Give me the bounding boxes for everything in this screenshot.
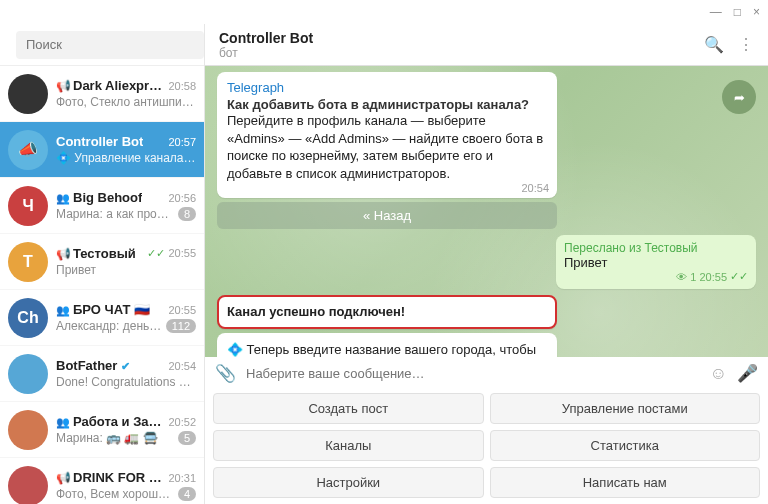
group-icon: 👥 [56,304,70,316]
chat-time: 20:58 [168,80,196,92]
chat-item[interactable]: 📢DRINK FOR VIRGI…20:31Фото, Всем хорошег… [0,458,204,504]
chat-time: 20:54 [168,360,196,372]
chat-time: 20:52 [168,416,196,428]
message-time: 20:54 [521,182,549,194]
unread-badge: 8 [178,207,196,221]
chat-name: Controller Bot [56,134,143,149]
message-text: Привет [564,255,748,270]
window-min[interactable]: — [710,5,722,19]
search-icon[interactable]: 🔍 [704,35,724,54]
checks-icon: ✓✓ [147,247,165,259]
window-max[interactable]: □ [734,5,741,19]
forwarded-from: Переслано из Тестовый [564,241,748,255]
message-heading: Как добавить бота в администраторы канал… [227,97,547,112]
chat-preview: Done! Congratulations on yo… [56,375,196,389]
group-icon: 👥 [56,416,70,428]
search-input[interactable] [16,31,204,59]
avatar [8,354,48,394]
chat-item[interactable]: 👥Работа и Зарабо…20:52Марина: 🚌 🚛 🚍5 [0,402,204,458]
avatar [8,74,48,114]
channel-icon: 📢 [56,79,71,93]
chat-preview: Фото, Всем хорошего … [56,487,174,501]
group-icon: 👥 [56,192,70,204]
attach-icon[interactable]: 📎 [215,363,236,384]
message-text: Канал успешно подключен! [227,303,547,321]
message-bubble: Telegraph Как добавить бота в администра… [217,72,557,198]
chat-preview: Фото, Стекло антишпио… [56,95,196,109]
unread-badge: 4 [178,487,196,501]
avatar: Ch [8,298,48,338]
chat-name: 👥Big Behoof [56,190,142,205]
chat-item[interactable]: BotFather ✔20:54Done! Congratulations on… [0,346,204,402]
chat-time: 20:31 [168,472,196,484]
chat-title: Controller Bot [219,30,690,46]
chat-name: 📢DRINK FOR VIRGI… [56,470,164,485]
chat-subtitle: бот [219,46,690,60]
chat-name: 📢Тестовый [56,246,136,261]
avatar: 📣 [8,130,48,170]
emoji-icon[interactable]: ☺ [710,364,727,384]
unread-badge: 112 [166,319,196,333]
chat-preview: Марина: 🚌 🚛 🚍 [56,431,158,445]
channel-icon: 📢 [56,247,71,261]
view-count: 1 [690,271,696,283]
kb-contact[interactable]: Написать нам [490,467,761,498]
chat-time: ✓✓20:55 [147,247,196,260]
avatar [8,410,48,450]
kb-settings[interactable]: Настройки [213,467,484,498]
chat-item[interactable]: Т📢Тестовый✓✓20:55Привет [0,234,204,290]
chat-name: 👥БРО ЧАТ 🇷🇺 [56,302,150,317]
chat-list: 📢Dark Aliexpress20:58Фото, Стекло антишп… [0,66,204,504]
telegraph-link[interactable]: Telegraph [227,80,547,95]
kb-manage-posts[interactable]: Управление постами [490,393,761,424]
kb-stats[interactable]: Статистика [490,430,761,461]
highlighted-message: Канал успешно подключен! [217,295,557,329]
chat-item[interactable]: Ch👥БРО ЧАТ 🇷🇺20:55Александр: деньги пр…1… [0,290,204,346]
chat-time: 20:56 [168,192,196,204]
kb-channels[interactable]: Каналы [213,430,484,461]
more-icon[interactable]: ⋮ [738,35,754,54]
verified-icon: ✔ [121,360,130,372]
chat-name: 📢Dark Aliexpress [56,78,164,93]
inline-button-back[interactable]: « Назад [217,202,557,229]
unread-badge: 5 [178,431,196,445]
avatar: Ч [8,186,48,226]
mic-icon[interactable]: 🎤 [737,363,758,384]
chat-preview: Марина: а как проет дл… [56,207,174,221]
kb-create-post[interactable]: Создать пост [213,393,484,424]
message-bubble: 💠 Теперь введите название вашего города,… [217,333,557,357]
channel-icon: 📢 [56,471,71,485]
chat-name: BotFather ✔ [56,358,130,373]
message-text: Перейдите в профиль канала — выберите «A… [227,112,547,182]
chat-preview: Александр: деньги пр… [56,319,162,333]
chat-preview: Привет [56,263,96,277]
chat-item[interactable]: 📣Controller Bot20:57💠 Управление каналам… [0,122,204,178]
share-button[interactable]: ➦ [722,80,756,114]
chat-time: 20:57 [168,136,196,148]
message-time: 20:55 [699,271,727,283]
message-text: 💠 Теперь введите название вашего города,… [227,341,547,357]
chat-time: 20:55 [168,304,196,316]
window-close[interactable]: × [753,5,760,19]
eye-icon: 👁 [676,271,687,283]
avatar [8,466,48,505]
chat-item[interactable]: 📢Dark Aliexpress20:58Фото, Стекло антишп… [0,66,204,122]
checks-icon: ✓✓ [730,270,748,283]
message-input[interactable] [246,366,700,381]
chat-item[interactable]: Ч👥Big Behoof20:56Марина: а как проет дл…… [0,178,204,234]
avatar: Т [8,242,48,282]
forwarded-message: Переслано из Тестовый Привет 👁1 20:55 ✓✓ [556,235,756,289]
chat-name: 👥Работа и Зарабо… [56,414,164,429]
chat-preview: 💠 Управление каналами … [56,151,196,165]
